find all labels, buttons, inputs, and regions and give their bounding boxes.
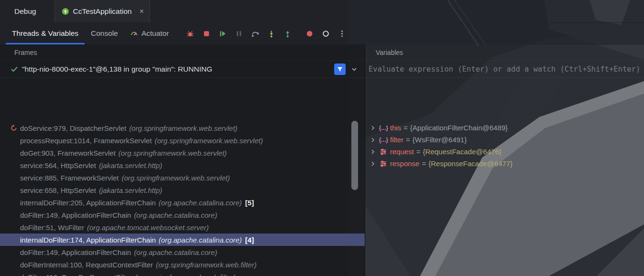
frame-package: (org.springframework.web.filter) [156, 261, 256, 269]
frame-method: doFilter:51, WsFilter [20, 223, 84, 232]
variable-row[interactable]: response = {ResponseFacade@6477} [365, 158, 644, 170]
variable-value: {WsFilter@6491} [412, 136, 467, 144]
variables-panel-title: Variables [376, 49, 403, 56]
braces-glyph: {…} [379, 137, 388, 143]
resume-icon [219, 30, 227, 38]
variable-row[interactable]: {…} this = {ApplicationFilterChain@6489} [365, 122, 644, 134]
more-options-button[interactable] [337, 28, 348, 39]
frames-scrollbar-thumb[interactable] [351, 121, 358, 190]
session-tab-title: CcTestApplication [73, 7, 132, 16]
frame-package: (org.apache.tomcat.websocket.server) [87, 223, 209, 232]
variables-list: {…} this = {ApplicationFilterChain@6489}… [365, 122, 644, 170]
close-icon[interactable]: × [139, 8, 144, 15]
frame-row[interactable]: doFilter:51, WsFilter (org.apache.tomcat… [0, 221, 365, 234]
equals-sign: = [422, 159, 426, 168]
frame-package: (org.springframework.web.servlet) [155, 137, 263, 145]
frame-row[interactable]: doFilter:149, ApplicationFilterChain (or… [0, 246, 365, 258]
frame-package: (jakarta.servlet.http) [99, 186, 162, 194]
frame-row[interactable]: service:658, HttpServlet (jakarta.servle… [0, 184, 365, 196]
variable-name: request [390, 148, 414, 156]
frames-panel-title: Frames [14, 49, 37, 56]
thread-check-icon [11, 65, 18, 73]
variable-name: this [390, 124, 401, 132]
variable-row[interactable]: request = {RequestFacade@6476} [365, 146, 644, 158]
rerun-debug-button[interactable] [185, 28, 196, 39]
evaluate-expression-input[interactable]: Evaluate expression (Enter) or add a wat… [365, 61, 644, 78]
frame-row-selected[interactable]: internalDoFilter:174, ApplicationFilterC… [0, 234, 365, 246]
more-vertical-icon [338, 30, 346, 38]
frame-method: doFilter:149, ApplicationFilterChain [20, 248, 131, 256]
frames-list: doService:979, DispatcherServlet (org.sp… [0, 122, 365, 276]
frame-badge: [4] [245, 236, 254, 244]
step-over-icon [251, 30, 259, 38]
frame-row[interactable]: doService:979, DispatcherServlet (org.sp… [0, 122, 365, 134]
frame-row[interactable]: service:885, FrameworkServlet (org.sprin… [0, 171, 365, 184]
frame-method: doFilter:149, ApplicationFilterChain [20, 211, 131, 219]
ring-icon [322, 30, 330, 38]
step-out-icon [284, 30, 292, 38]
resume-button[interactable] [217, 28, 229, 39]
filter-button[interactable] [334, 64, 346, 75]
stop-icon [202, 30, 211, 38]
frame-row[interactable]: doFilter:116, OncePerRequestFilter (org.… [0, 271, 365, 276]
frame-method: service:658, HttpServlet [20, 186, 96, 194]
step-over-button[interactable] [250, 28, 261, 39]
frame-method: internalDoFilter:205, ApplicationFilterC… [20, 199, 156, 207]
frame-row[interactable]: service:564, HttpServlet (jakarta.servle… [0, 159, 365, 171]
frame-row[interactable]: doFilter:149, ApplicationFilterChain (or… [0, 209, 365, 221]
chevron-right-icon[interactable] [369, 124, 377, 132]
parameter-icon [380, 160, 387, 167]
debugger-toolbar [185, 28, 348, 39]
frame-method: service:564, HttpServlet [20, 161, 96, 170]
record-button[interactable] [304, 28, 316, 39]
frame-package: (org.apache.catalina.core) [158, 236, 242, 244]
chevron-down-icon[interactable] [350, 65, 358, 73]
tab-console-label: Console [91, 29, 118, 38]
frame-package: (org.springframework.web.servlet) [122, 174, 230, 182]
variable-row[interactable]: {…} filter = {WsFilter@6491} [365, 134, 644, 146]
frame-row[interactable]: doFilterInternal:100, RequestContextFilt… [0, 258, 365, 271]
variable-value: {ResponseFacade@6477} [428, 159, 512, 168]
frame-row[interactable]: processRequest:1014, FrameworkServlet (o… [0, 134, 365, 147]
step-into-icon [267, 30, 275, 38]
frame-package: (org.apache.catalina.core) [134, 248, 217, 256]
step-out-button[interactable] [282, 28, 294, 39]
frame-method: doService:979, DispatcherServlet [20, 124, 127, 132]
frame-row[interactable]: internalDoFilter:205, ApplicationFilterC… [0, 196, 365, 209]
actuator-gauge-icon [130, 30, 138, 37]
thread-selector[interactable]: "http-nio-8000-exec-1"@6,138 in group "m… [0, 61, 365, 78]
debugger-main: Frames "http-nio-8000-exec-1"@6,138 in g… [0, 44, 644, 276]
pause-button[interactable] [233, 28, 245, 39]
chevron-right-icon[interactable] [369, 148, 377, 156]
braces-icon: {…} [380, 137, 387, 143]
equals-sign: = [406, 136, 410, 144]
execution-point-icon [10, 124, 18, 132]
frame-method: doFilterInternal:100, RequestContextFilt… [20, 261, 153, 269]
frame-method: doFilter:116, OncePerRequestFilter [20, 273, 132, 276]
variable-value: {ApplicationFilterChain@6489} [410, 124, 508, 132]
tab-actuator[interactable]: Actuator [124, 22, 175, 44]
spring-boot-icon [62, 8, 69, 15]
ring-button[interactable] [320, 28, 332, 39]
frame-package: (org.apache.catalina.core) [134, 211, 217, 219]
session-tab-cctestapplication[interactable]: CcTestApplication × [54, 0, 150, 22]
variable-name: filter [390, 136, 403, 144]
chevron-right-icon[interactable] [369, 160, 377, 168]
tab-console[interactable]: Console [84, 22, 124, 44]
thread-selector-text: "http-nio-8000-exec-1"@6,138 in group "m… [22, 65, 334, 74]
frame-row[interactable]: doGet:903, FrameworkServlet (org.springf… [0, 147, 365, 159]
braces-glyph: {…} [379, 125, 388, 131]
frame-package: (org.apache.catalina.core) [158, 199, 242, 207]
frame-badge: [5] [245, 199, 254, 207]
frame-package: (jakarta.servlet.http) [99, 161, 162, 170]
equals-sign: = [403, 124, 408, 132]
chevron-right-icon[interactable] [369, 136, 377, 144]
stop-button[interactable] [201, 28, 212, 39]
tab-threads-variables-label: Threads & Variables [12, 29, 78, 38]
tab-threads-variables[interactable]: Threads & Variables [6, 22, 84, 44]
frame-package: (org.springframework.web.filter) [135, 273, 236, 276]
braces-icon: {…} [380, 125, 387, 131]
equals-sign: = [416, 148, 421, 156]
step-into-button[interactable] [266, 28, 277, 39]
toolwindow-title: Debug [14, 7, 36, 16]
